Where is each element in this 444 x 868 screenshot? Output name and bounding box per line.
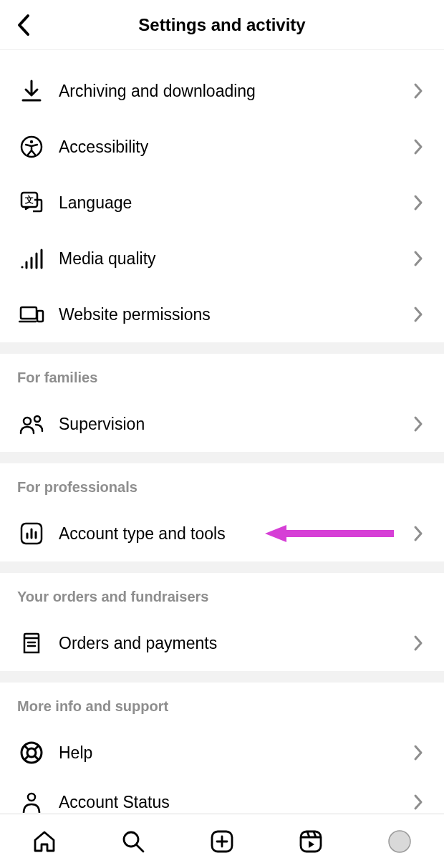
svg-point-8 [34,416,40,422]
row-label: Website permissions [59,305,410,324]
chevron-right-icon [410,744,427,761]
tab-home[interactable] [24,821,64,862]
row-label: Archiving and downloading [59,82,410,101]
row-label: Language [59,193,410,213]
row-accessibility[interactable]: Accessibility [0,119,444,175]
profile-avatar-icon [387,829,412,854]
svg-point-7 [24,418,31,425]
reels-icon [298,829,324,854]
svg-point-14 [28,794,35,801]
svg-text:文: 文 [24,195,34,205]
search-icon [120,829,146,854]
row-label: Orders and payments [59,634,410,653]
svg-point-4 [21,266,23,268]
svg-point-13 [27,748,36,757]
people-icon [17,410,46,438]
row-media-quality[interactable]: Media quality [0,231,444,286]
plus-square-icon [209,829,235,854]
row-label: Account type and tools [59,524,410,544]
chevron-right-icon [410,635,427,652]
person-icon [17,788,46,814]
cell-bars-icon [17,244,46,273]
settings-screen: Settings and activity Archiving and down… [0,0,444,868]
row-supervision[interactable]: Supervision [0,396,444,452]
chevron-left-icon [16,13,32,37]
tab-create[interactable] [202,821,242,862]
row-help[interactable]: Help [0,725,444,781]
page-title: Settings and activity [138,15,305,35]
chevron-right-icon [410,794,427,811]
section-divider [0,342,444,354]
receipt-icon [17,629,46,657]
chevron-right-icon [410,525,427,542]
bottom-tab-bar [0,814,444,868]
section-support-header: More info and support [0,683,444,725]
chevron-right-icon [410,306,427,323]
row-archiving[interactable]: Archiving and downloading [0,63,444,119]
row-orders-payments[interactable]: Orders and payments [0,615,444,671]
row-language[interactable]: 文 Language [0,175,444,231]
section-divider [0,561,444,573]
accessibility-icon [17,132,46,161]
row-account-type-tools[interactable]: Account type and tools [0,506,444,561]
svg-rect-6 [37,311,43,322]
section-divider [0,452,444,463]
row-label: Account Status [59,793,410,812]
row-account-status[interactable]: Account Status [0,781,444,814]
chevron-right-icon [410,415,427,433]
bar-chart-icon [17,519,46,548]
svg-rect-5 [21,307,37,319]
section-families-header: For families [0,354,444,396]
back-button[interactable] [6,0,42,50]
settings-content: Archiving and downloading Accessibility … [0,50,444,814]
section-divider [0,671,444,683]
tab-search[interactable] [113,821,153,862]
section-orders-header: Your orders and fundraisers [0,573,444,615]
section-professionals-header: For professionals [0,463,444,506]
row-label: Help [59,743,410,763]
svg-point-1 [30,140,33,143]
devices-icon [17,300,46,329]
svg-rect-17 [301,831,321,852]
lifebuoy-icon [17,738,46,767]
download-icon [17,77,46,105]
svg-point-18 [389,831,410,852]
svg-point-15 [124,832,138,847]
chevron-right-icon [410,194,427,211]
header-bar: Settings and activity [0,0,444,50]
chevron-right-icon [410,82,427,100]
translate-icon: 文 [17,188,46,217]
row-label: Supervision [59,415,410,434]
tab-reels[interactable] [291,821,331,862]
tab-profile[interactable] [380,821,420,862]
row-label: Accessibility [59,138,410,157]
row-label: Media quality [59,249,410,269]
home-icon [32,829,57,854]
chevron-right-icon [410,138,427,155]
row-website-permissions[interactable]: Website permissions [0,286,444,342]
chevron-right-icon [410,250,427,267]
